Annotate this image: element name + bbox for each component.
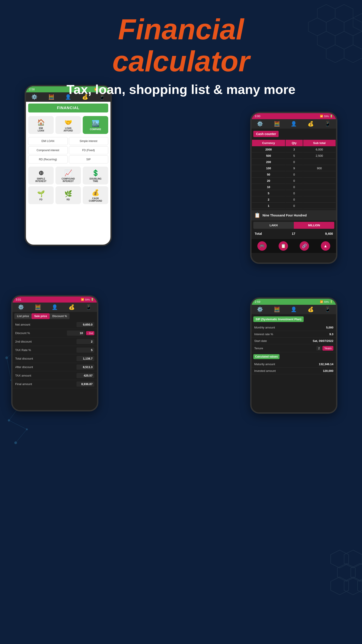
sip-link[interactable]: SIP	[69, 156, 108, 164]
compound-interest-label: COMPOUNDINTEREST	[62, 178, 75, 182]
tenure-input-group: 2 Years	[316, 346, 334, 350]
p3-calculator-icon[interactable]: 🧮	[35, 304, 41, 310]
final-amount-row: Final amount 8,936.87	[12, 380, 97, 388]
compound-interest-cell[interactable]: 📈 COMPOUNDINTEREST	[56, 166, 81, 184]
lakh-button[interactable]: LAKH	[253, 222, 294, 229]
compound-interest-link[interactable]: Compound interest	[28, 146, 68, 154]
menu-links: EMI LOAN Simple interest Compound intere…	[26, 136, 110, 165]
table-row: 50	[252, 190, 336, 196]
loan-afford-label: LOANAFFORD	[64, 127, 73, 132]
total-amount: 9,400	[325, 232, 333, 236]
p3-settings-icon[interactable]: ⚙️	[18, 304, 24, 310]
svg-line-17	[9, 420, 27, 429]
p4-calculator-icon[interactable]: 🧮	[274, 306, 280, 312]
discount-tabs: List price Sale price Discount %	[12, 312, 97, 320]
svg-line-18	[16, 429, 27, 443]
p3-money-bag-icon[interactable]: 💰	[69, 304, 75, 310]
discount-percent-row: Discount % 10 - 2nd	[12, 329, 97, 338]
up-nav-button[interactable]: ▲	[321, 241, 330, 251]
table-row: 500	[252, 172, 336, 178]
table-row: 200036,000	[252, 147, 336, 152]
doubling-time-cell[interactable]: 💲 DOUBLINGTIME	[83, 166, 108, 184]
p4-settings-icon[interactable]: ⚙️	[257, 306, 263, 312]
subtotal-header: Sub total	[303, 140, 336, 146]
receipt-icon: 📋	[254, 212, 260, 218]
sip-label: SIP (Systematic Investment Plan)	[253, 316, 304, 322]
app-title: Financial calculator	[22, 14, 340, 77]
list-price-tab[interactable]: List price	[14, 313, 32, 319]
tenure-row: Tenure 2 Years	[252, 344, 336, 352]
phone4-battery: 59%	[324, 300, 329, 303]
total-qty: 17	[292, 232, 295, 236]
p4-phone-icon[interactable]: 📱	[325, 306, 331, 312]
p3-person-icon[interactable]: 👤	[52, 304, 58, 310]
p4-person-icon[interactable]: 👤	[291, 306, 297, 312]
compare-icon: 🏙️	[92, 120, 100, 127]
qty-header: Qty	[286, 140, 302, 146]
table-row: 200	[252, 178, 336, 184]
simple-interest-cell[interactable]: ⊕ SIMPLEINTEREST	[28, 166, 54, 184]
million-button[interactable]: MILLION	[294, 222, 334, 229]
emi-loan-icon-cell[interactable]: 🏠 EMILOAN	[28, 116, 54, 134]
doubling-time-label: DOUBLINGTIME	[90, 178, 101, 182]
table-row: 20	[252, 197, 336, 202]
net-amount-row: Net amount 9,650.0	[12, 320, 97, 329]
p2-money-bag-icon[interactable]: 💰	[308, 121, 314, 127]
fd-cell[interactable]: 🌱 FD	[28, 186, 54, 204]
header: Financial calculator Tax, loan, shopping…	[0, 0, 362, 106]
lakh-million-toggle: LAKH MILLION	[253, 222, 334, 229]
p2-phone-icon[interactable]: 📱	[325, 121, 331, 127]
start-date-value[interactable]: Sat, 09/07/2022	[312, 339, 334, 342]
p4-money-bag-icon[interactable]: 💰	[308, 306, 314, 312]
tenure-value[interactable]: 2	[316, 346, 322, 350]
invested-amount-row: Invested amount 120,000	[252, 368, 336, 374]
svg-point-9	[26, 428, 28, 430]
phone1-bottom-icons: ⊕ SIMPLEINTEREST 📈 COMPOUNDINTEREST 💲 DO…	[26, 165, 110, 206]
interest-rate-label: Interest rate %	[254, 332, 273, 336]
phone1-icons-grid: 🏠 EMILOAN 🤝 LOANAFFORD 🏙️ COMPARE	[26, 114, 110, 136]
final-amount-value: 8,936.87	[76, 382, 94, 386]
p2-settings-icon[interactable]: ⚙️	[257, 121, 263, 127]
cagr-compound-label: CAGRCOMPOUND	[89, 197, 102, 202]
phone4-toolbar: ⚙️ 🧮 👤 💰 📱	[252, 305, 336, 314]
tax-amount-row: TAX amount 425.57	[12, 372, 97, 380]
second-discount-value[interactable]: 2	[76, 339, 94, 344]
cagr-compound-cell[interactable]: 💰 CAGRCOMPOUND	[83, 186, 108, 204]
tax-rate-label: TAX Rate %	[15, 348, 31, 352]
start-date-label: Start date	[254, 339, 267, 342]
discount-percent-tab[interactable]: Discount %	[50, 313, 70, 319]
gamepad-nav-button[interactable]: 🎮	[257, 241, 267, 251]
total-discount-row: Total discount 1,138.7	[12, 354, 97, 363]
fd-fixed-link[interactable]: FD (Fixed)	[69, 146, 108, 154]
phone2-status-icons: 📶 59% 🔋	[320, 115, 333, 118]
rd-recurring-link[interactable]: RD (Recurring)	[28, 156, 68, 164]
phone2-time: 3:00	[255, 114, 260, 118]
phone3-time: 3:01	[16, 298, 21, 301]
emi-loan-link[interactable]: EMI LOAN	[28, 137, 68, 145]
clipboard-nav-button[interactable]: 📋	[278, 241, 288, 251]
compare-icon-cell[interactable]: 🏙️ COMPARE	[83, 116, 108, 134]
share-nav-button[interactable]: 🔗	[300, 241, 309, 251]
loan-afford-icon-cell[interactable]: 🤝 LOANAFFORD	[56, 116, 81, 134]
phone3-toolbar: ⚙️ 🧮 👤 💰 📱	[12, 302, 97, 312]
p2-person-icon[interactable]: 👤	[291, 121, 297, 127]
discount-percent-value[interactable]: 10	[67, 330, 85, 336]
rd-cell[interactable]: 🌿 RD	[56, 186, 81, 204]
maturity-amount-value: 132,346.14	[319, 362, 334, 366]
tenure-label: Tenure	[254, 346, 263, 350]
p2-calculator-icon[interactable]: 🧮	[274, 121, 280, 127]
tax-amount-label: TAX amount	[15, 374, 31, 377]
app-subtitle: Tax, loan, shopping list & many more	[22, 82, 340, 97]
table-row: 50052,500	[252, 153, 336, 159]
interest-rate-value[interactable]: 9.3	[329, 332, 334, 336]
tax-rate-value[interactable]: 5	[76, 348, 94, 353]
maturity-amount-label: Maturity amount	[254, 362, 275, 366]
phone3-status-bar: 3:01 📶 59% 🔋	[12, 296, 97, 302]
total-summary-row: Total 17 9,400	[252, 230, 336, 237]
discount-percent-label: Discount %	[15, 332, 30, 335]
simple-interest-link[interactable]: Simple interest	[69, 137, 108, 145]
sale-price-tab[interactable]: Sale price	[32, 313, 50, 319]
p3-phone-icon[interactable]: 📱	[86, 304, 92, 310]
net-amount-value[interactable]: 9,650.0	[76, 322, 94, 327]
monthly-amount-value[interactable]: 5,000	[326, 326, 334, 329]
